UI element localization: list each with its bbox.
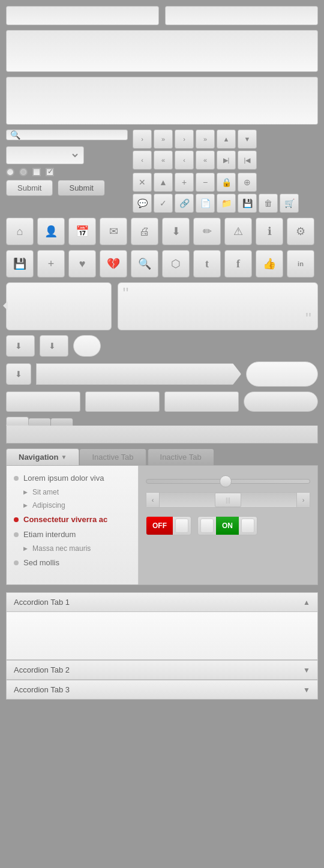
flat-btn-pill[interactable] (244, 391, 318, 412)
close-icon-btn[interactable]: ✕ (133, 173, 152, 192)
accordion-tab-3[interactable]: Accordion Tab 3 ▼ (6, 680, 318, 700)
thumbsup-icon-btn[interactable]: 👍 (256, 250, 283, 278)
textarea-2[interactable] (6, 77, 318, 125)
skip-right[interactable]: ▶| (217, 150, 236, 170)
broken-heart-icon-btn[interactable]: 💔 (100, 250, 127, 278)
plus-icon-btn[interactable]: + (175, 173, 194, 192)
toggle-off[interactable]: OFF (146, 516, 191, 535)
checkbox-unchecked[interactable] (32, 168, 41, 176)
checkbox-checked[interactable] (46, 168, 54, 176)
quote-bubble: " " (118, 282, 318, 330)
scrollbar-track[interactable]: ‹ ||| › (146, 492, 310, 508)
file-icon-btn[interactable]: 📄 (196, 194, 215, 213)
alert-icon-btn[interactable]: ⚠ (224, 218, 252, 245)
radio-unselected[interactable] (6, 168, 14, 176)
textarea-1[interactable] (6, 30, 318, 72)
arrow-left-single[interactable]: ‹ (133, 150, 152, 170)
download-icon-btn[interactable]: ⬇ (162, 218, 190, 245)
flat-btn-3[interactable] (164, 391, 239, 412)
folder-tab-3[interactable] (50, 418, 73, 426)
scrollbar-handle[interactable]: ||| (215, 493, 241, 507)
nav-tab-inactive-1[interactable]: Inactive Tab (79, 448, 146, 465)
settings-icon-btn[interactable]: ⚙ (287, 218, 314, 245)
globe-icon-btn[interactable]: ⊕ (238, 173, 257, 192)
text-input-1[interactable] (6, 6, 159, 25)
arrow-up[interactable]: ▲ (217, 129, 236, 149)
select-wrap[interactable] (6, 146, 84, 164)
download-btn-2[interactable]: ⬇ (40, 335, 68, 357)
select-dropdown[interactable] (10, 150, 80, 161)
toggle-on[interactable]: ON (197, 516, 257, 535)
info-icon-btn[interactable]: ℹ (256, 218, 283, 245)
print-icon-btn[interactable]: 🖨 (131, 218, 158, 245)
arrow-left-single-2[interactable]: ‹ (175, 150, 194, 170)
trash-icon-btn[interactable]: 🗑 (259, 194, 278, 213)
arrow-right-single-2[interactable]: › (175, 129, 194, 149)
submit-button-2[interactable]: Submit (58, 180, 104, 196)
scrollbar-left-btn[interactable]: ‹ (146, 493, 160, 507)
search-wrap[interactable]: 🔍 (6, 129, 128, 140)
arrow-right-single[interactable]: › (133, 129, 152, 149)
twitter-icon-btn[interactable]: t (193, 250, 221, 278)
nav-item-2[interactable]: Etiam interdum (7, 527, 138, 542)
scrollbar-right-btn[interactable]: › (296, 493, 310, 507)
nav-subitem-3[interactable]: ▶ Massa nec mauris (7, 542, 138, 555)
arrow-down[interactable]: ▼ (238, 129, 257, 149)
calendar-icon-btn[interactable]: 📅 (68, 218, 96, 245)
folder-tab-1[interactable] (6, 417, 29, 426)
arrow-right-double-2[interactable]: » (196, 129, 215, 149)
linkedin-icon-btn[interactable]: in (287, 250, 314, 278)
lock-icon-btn[interactable]: 🔒 (217, 173, 236, 192)
download-btn-3[interactable]: ⬇ (6, 363, 31, 385)
nav-tab-strip: Navigation ▼ Inactive Tab Inactive Tab (6, 448, 318, 465)
user-icon-btn[interactable]: 👤 (37, 218, 65, 245)
folder-icon-btn[interactable]: 📁 (217, 194, 236, 213)
save2-icon-btn[interactable]: 💾 (6, 250, 34, 278)
heart-icon-btn[interactable]: ♥ (68, 250, 96, 278)
pill-button-1[interactable] (73, 335, 101, 357)
search-input[interactable] (23, 131, 124, 140)
speech-bubble (6, 282, 112, 330)
add-icon-btn[interactable]: + (37, 250, 65, 278)
chat-icon-btn[interactable]: 💬 (133, 194, 152, 213)
accordion-section: Accordion Tab 1 ▲ Accordion Tab 2 ▼ Acco… (6, 592, 318, 700)
flat-btn-2[interactable] (85, 391, 160, 412)
slider-thumb[interactable] (220, 475, 232, 487)
rss-icon-btn[interactable]: ⬡ (162, 250, 190, 278)
pill-button-2[interactable] (246, 361, 318, 387)
nav-subitem-1[interactable]: ▶ Sit amet (7, 486, 138, 499)
check-icon-btn[interactable]: ✓ (154, 194, 173, 213)
radio-check-row (6, 168, 128, 176)
nav-item-1[interactable]: Lorem ipsum dolor viva (7, 471, 138, 486)
search2-icon-btn[interactable]: 🔍 (131, 250, 158, 278)
edit-icon-btn[interactable]: ✏ (193, 218, 221, 245)
folder-tab-2[interactable] (28, 418, 51, 426)
home-icon-btn[interactable]: ⌂ (6, 218, 34, 245)
nav-tab-inactive-2[interactable]: Inactive Tab (148, 448, 214, 465)
arrow-shaped-btn[interactable] (36, 363, 241, 385)
nav-item-3[interactable]: Sed mollis (7, 555, 138, 570)
download-btn-1[interactable]: ⬇ (6, 335, 35, 357)
cart-icon-btn[interactable]: 🛒 (280, 194, 299, 213)
slider-track[interactable] (146, 479, 310, 484)
mail-icon-btn[interactable]: ✉ (100, 218, 127, 245)
link-icon-btn[interactable]: 🔗 (175, 194, 194, 213)
arrow-right-double[interactable]: » (154, 129, 173, 149)
submit-button-1[interactable]: Submit (6, 180, 53, 196)
save-icon-btn[interactable]: 💾 (238, 194, 257, 213)
accordion-tab-2[interactable]: Accordion Tab 2 ▼ (6, 660, 318, 680)
nav-item-red[interactable]: Consectetur viverra ac (7, 512, 138, 527)
arrow-left-double-2[interactable]: « (196, 150, 215, 170)
nav-subitem-2[interactable]: ▶ Adipiscing (7, 499, 138, 512)
facebook-icon-btn[interactable]: f (224, 250, 252, 278)
radio-selected[interactable] (19, 168, 28, 176)
flat-btn-1[interactable] (6, 391, 80, 412)
skip-left[interactable]: |◀ (238, 150, 257, 170)
scrollbar-inner[interactable]: ||| (160, 493, 296, 507)
nav-tab-navigation[interactable]: Navigation ▼ (6, 448, 79, 465)
up-icon-btn[interactable]: ▲ (154, 173, 173, 192)
accordion-tab-1[interactable]: Accordion Tab 1 ▲ (6, 592, 318, 612)
minus-icon-btn[interactable]: − (196, 173, 215, 192)
text-input-2[interactable] (165, 6, 318, 25)
arrow-left-double[interactable]: « (154, 150, 173, 170)
